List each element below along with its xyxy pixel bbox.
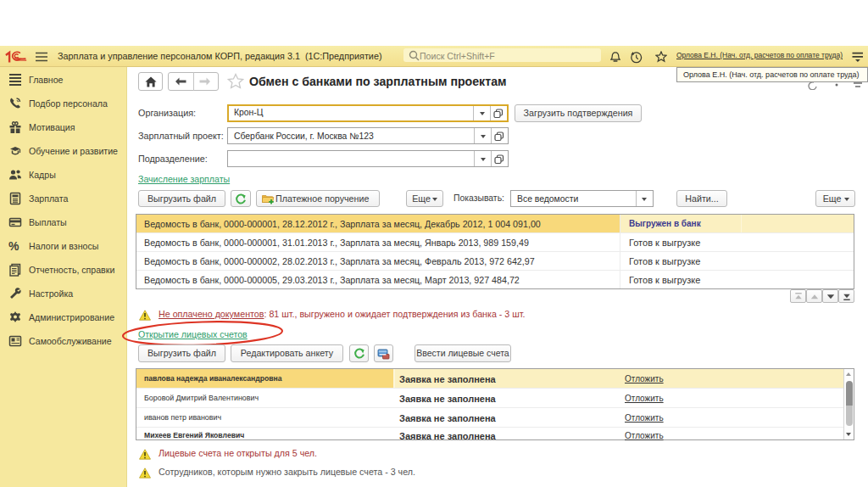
svg-text:%: % [8, 239, 19, 253]
